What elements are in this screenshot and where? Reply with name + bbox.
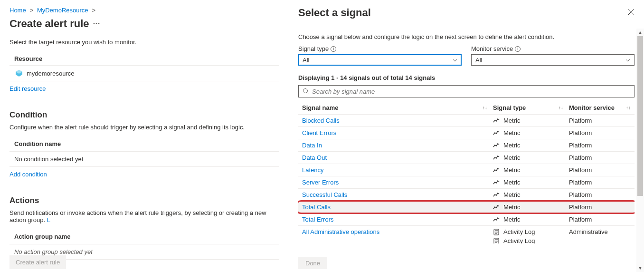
more-icon[interactable]: ··· bbox=[93, 19, 100, 29]
col-signal-type[interactable]: Signal type bbox=[493, 104, 526, 111]
signal-type-select[interactable]: All bbox=[298, 54, 462, 66]
signal-type-cell: Metric bbox=[493, 154, 569, 161]
metric-icon bbox=[493, 192, 500, 198]
breadcrumb-resource[interactable]: MyDemoResource bbox=[37, 7, 88, 14]
metric-icon bbox=[493, 117, 500, 124]
signal-row[interactable]: Successful CallsMetricPlatform bbox=[298, 188, 635, 201]
scroll-up-icon[interactable]: ▲ bbox=[636, 29, 644, 36]
monitor-service-select[interactable]: All bbox=[471, 54, 635, 66]
signals-table-header: Signal name ↑↓ Signal type ↑↓ Monitor se… bbox=[298, 101, 635, 114]
signal-name-link[interactable]: Total Calls bbox=[302, 204, 493, 211]
create-alert-rule-button[interactable]: Create alert rule bbox=[9, 255, 66, 269]
signal-type-cell: Activity Log bbox=[493, 238, 569, 243]
activity-log-icon bbox=[493, 229, 500, 235]
chevron-down-icon bbox=[625, 58, 630, 63]
scrollbar[interactable]: ▲ ▼ bbox=[636, 29, 644, 272]
svg-line-5 bbox=[307, 93, 309, 95]
resource-header: Resource bbox=[9, 51, 279, 66]
scroll-down-icon[interactable]: ▼ bbox=[636, 264, 644, 272]
activity-log-icon bbox=[493, 238, 500, 243]
condition-desc: Configure when the alert rule should tri… bbox=[9, 124, 279, 131]
signal-type-cell: Metric bbox=[493, 129, 569, 136]
signal-count: Displaying 1 - 14 signals out of total 1… bbox=[298, 74, 635, 81]
signal-type-cell: Metric bbox=[493, 142, 569, 149]
signal-name-link[interactable]: Successful Calls bbox=[302, 191, 493, 198]
signal-row[interactable]: Data OutMetricPlatform bbox=[298, 151, 635, 164]
signal-type-label: Signal type bbox=[298, 45, 329, 52]
signal-service-cell: Platform bbox=[569, 191, 631, 198]
signal-name-link[interactable]: Latency bbox=[302, 166, 493, 174]
signal-type-cell: Metric bbox=[493, 191, 569, 198]
scroll-thumb[interactable] bbox=[637, 36, 643, 196]
metric-icon bbox=[493, 155, 500, 161]
add-condition-link[interactable]: Add condition bbox=[9, 167, 47, 182]
signal-type-cell: Activity Log bbox=[493, 228, 569, 235]
signal-type-cell: Metric bbox=[493, 179, 569, 186]
resource-row: mydemoresource bbox=[9, 66, 279, 81]
signal-name-link[interactable]: Data Out bbox=[302, 154, 493, 161]
signal-service-cell: Platform bbox=[569, 204, 631, 211]
signal-service-cell: Platform bbox=[569, 154, 631, 161]
signal-service-cell: Platform bbox=[569, 117, 631, 124]
signal-name-link[interactable]: All Administrative operations bbox=[302, 228, 493, 235]
done-button[interactable]: Done bbox=[298, 257, 327, 269]
signal-row[interactable]: Blocked CallsMetricPlatform bbox=[298, 114, 635, 126]
signal-service-cell: Platform bbox=[569, 166, 631, 174]
condition-empty-row: No condition selected yet bbox=[9, 152, 279, 167]
signal-row[interactable]: Total ErrorsMetricPlatform bbox=[298, 213, 635, 225]
breadcrumb: Home> MyDemoResource> bbox=[9, 7, 279, 14]
target-instruction: Select the target resource you wish to m… bbox=[9, 39, 279, 46]
signal-row[interactable]: LatencyMetricPlatform bbox=[298, 164, 635, 176]
signal-name-link[interactable]: Blocked Calls bbox=[302, 117, 493, 124]
page-title: Create alert rule bbox=[9, 18, 89, 30]
signal-row[interactable]: Data InMetricPlatform bbox=[298, 139, 635, 151]
metric-icon bbox=[493, 179, 500, 186]
signal-row[interactable]: Client ErrorsMetricPlatform bbox=[298, 126, 635, 139]
metric-icon bbox=[493, 204, 500, 211]
actions-header: Action group name bbox=[9, 229, 279, 244]
metric-icon bbox=[493, 216, 500, 223]
resource-name: mydemoresource bbox=[27, 70, 74, 77]
metric-icon bbox=[493, 142, 500, 149]
breadcrumb-home[interactable]: Home bbox=[9, 7, 26, 14]
signal-type-cell: Metric bbox=[493, 117, 569, 124]
signal-row[interactable]: Total CallsMetricPlatform bbox=[298, 201, 635, 213]
signal-name-link[interactable]: Client Errors bbox=[302, 129, 493, 136]
panel-instruction: Choose a signal below and configure the … bbox=[298, 33, 635, 40]
sort-icon[interactable]: ↑↓ bbox=[483, 105, 487, 110]
close-icon[interactable] bbox=[628, 9, 635, 17]
svg-point-4 bbox=[303, 89, 308, 93]
metric-icon bbox=[493, 130, 500, 136]
signal-name-link[interactable]: Server Errors bbox=[302, 179, 493, 186]
search-icon bbox=[303, 88, 309, 95]
sort-icon[interactable]: ↑↓ bbox=[626, 105, 631, 110]
signal-name-link[interactable]: Total Errors bbox=[302, 216, 493, 223]
signal-type-cell: Metric bbox=[493, 166, 569, 174]
edit-resource-link[interactable]: Edit resource bbox=[9, 81, 46, 96]
search-input[interactable] bbox=[312, 88, 630, 95]
chevron-down-icon bbox=[453, 58, 457, 63]
col-monitor-service[interactable]: Monitor service bbox=[569, 104, 615, 111]
resource-icon bbox=[15, 69, 23, 77]
signal-row[interactable]: All Administrative operationsActivity Lo… bbox=[298, 225, 635, 238]
signal-service-cell: Platform bbox=[569, 142, 631, 149]
signal-row[interactable]: Activity Log bbox=[298, 238, 635, 243]
col-signal-name[interactable]: Signal name bbox=[302, 104, 339, 111]
signal-row[interactable]: Server ErrorsMetricPlatform bbox=[298, 176, 635, 188]
signal-service-cell: Platform bbox=[569, 179, 631, 186]
signal-service-cell: Administrative bbox=[569, 228, 631, 235]
signal-type-cell: Metric bbox=[493, 204, 569, 211]
search-box[interactable] bbox=[298, 85, 635, 97]
signal-name-link[interactable]: Data In bbox=[302, 142, 493, 149]
condition-header: Condition name bbox=[9, 136, 279, 152]
metric-icon bbox=[493, 167, 500, 174]
signal-type-cell: Metric bbox=[493, 216, 569, 223]
info-icon[interactable]: i bbox=[331, 46, 336, 52]
sort-icon[interactable]: ↑↓ bbox=[559, 105, 563, 110]
actions-title: Actions bbox=[9, 196, 279, 205]
monitor-service-label: Monitor service bbox=[471, 45, 513, 52]
condition-title: Condition bbox=[9, 110, 279, 120]
signal-service-cell: Platform bbox=[569, 216, 631, 223]
panel-title: Select a signal bbox=[298, 7, 371, 19]
info-icon[interactable]: i bbox=[515, 46, 521, 52]
